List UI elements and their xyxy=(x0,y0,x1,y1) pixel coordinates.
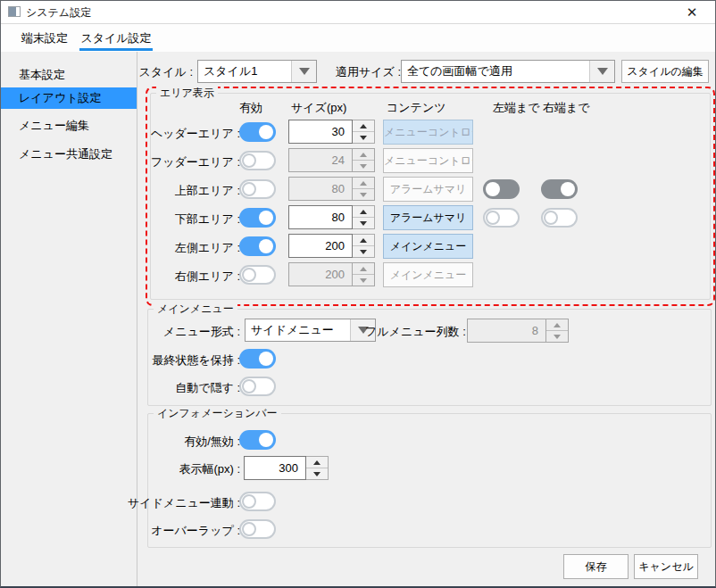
sidebar-item-layout-settings[interactable]: レイアウト設定 xyxy=(1,87,137,109)
sidebar-item-basic-settings[interactable]: 基本設定 xyxy=(1,64,137,86)
top-area-size-value: 80 xyxy=(288,177,353,201)
keep-last-state-label: 最終状態を保持 : xyxy=(139,352,240,369)
auto-hide-label: 自動で隠す : xyxy=(139,380,240,396)
spin-up-icon xyxy=(546,319,568,330)
column-header-enabled: 有効 xyxy=(239,100,262,116)
bottom-area-to-right-toggle[interactable] xyxy=(541,208,578,228)
footer-area-size-input: 24 xyxy=(288,148,375,172)
apply-size-select-value: 全ての画面幅で適用 xyxy=(407,61,512,82)
side-menu-link-toggle[interactable] xyxy=(239,492,276,511)
menu-type-label: メニュー形式 : xyxy=(139,324,240,340)
chevron-down-icon xyxy=(589,61,614,82)
side-menu-link-label: サイドメニュー連動 : xyxy=(126,495,240,511)
main-menu-legend: メインメニュー xyxy=(154,302,237,317)
full-menu-cols-input: 8 xyxy=(467,319,569,343)
style-select[interactable]: スタイル1 xyxy=(197,60,317,83)
tab-terminal-settings[interactable]: 端末設定 xyxy=(10,29,79,48)
top-area-to-left-toggle xyxy=(483,179,520,199)
left-area-size-value[interactable]: 200 xyxy=(288,234,353,258)
spin-down-icon[interactable] xyxy=(353,131,374,143)
cancel-button[interactable]: キャンセル xyxy=(634,554,698,579)
spin-up-icon[interactable] xyxy=(306,457,328,468)
spin-up-icon xyxy=(353,263,374,274)
left-area-toggle[interactable] xyxy=(239,236,276,256)
spin-down-icon xyxy=(353,160,374,171)
right-area-content-button: メインメニュー xyxy=(383,262,473,287)
right-area-size-input: 200 xyxy=(288,262,375,286)
bottom-area-content-button[interactable]: アラームサマリ xyxy=(383,205,473,230)
info-width-input[interactable]: 300 xyxy=(244,456,329,480)
header-area-label: ヘッダーエリア : xyxy=(144,126,240,142)
column-header-to-right: 右端まで xyxy=(543,100,590,116)
spin-up-icon[interactable] xyxy=(353,120,374,131)
full-menu-cols-value: 8 xyxy=(467,319,546,343)
app-window-icon xyxy=(8,6,21,17)
sidebar-item-menu-edit[interactable]: メニュー編集 xyxy=(1,115,137,137)
edit-style-button[interactable]: スタイルの編集 xyxy=(621,60,709,83)
apply-size-select[interactable]: 全ての画面幅で適用 xyxy=(401,60,615,83)
left-area-content-button[interactable]: メインメニュー xyxy=(383,234,473,259)
spin-down-icon[interactable] xyxy=(353,245,374,257)
spin-down-icon xyxy=(546,330,568,342)
top-area-size-input: 80 xyxy=(288,177,375,201)
chevron-down-icon xyxy=(291,61,316,82)
spin-down-icon xyxy=(353,188,374,200)
bottom-area-size-value[interactable]: 80 xyxy=(288,205,353,229)
spin-up-icon xyxy=(353,178,374,188)
active-tab-underline xyxy=(79,48,153,51)
bottom-area-toggle[interactable] xyxy=(239,208,276,228)
header-area-size-value[interactable]: 30 xyxy=(288,120,353,144)
left-area-size-input[interactable]: 200 xyxy=(288,234,375,258)
sidebar-item-menu-common-settings[interactable]: メニュー共通設定 xyxy=(1,144,137,165)
area-display-legend: エリア表示 xyxy=(156,86,218,101)
apply-size-label: 適用サイズ : xyxy=(336,64,398,80)
spin-down-icon[interactable] xyxy=(306,468,328,479)
overlap-label: オーバーラップ : xyxy=(139,523,240,539)
spin-up-icon[interactable] xyxy=(353,235,374,245)
top-area-toggle[interactable] xyxy=(239,179,276,199)
header-area-content-button[interactable]: メニューコントロール xyxy=(383,120,473,145)
header-area-size-input[interactable]: 30 xyxy=(288,120,375,144)
info-width-label: 表示幅(px) : xyxy=(139,461,240,477)
right-area-label: 右側エリア : xyxy=(144,269,240,285)
footer-area-label: フッダーエリア : xyxy=(144,154,240,170)
bottom-area-to-left-toggle[interactable] xyxy=(483,208,520,228)
spin-down-icon[interactable] xyxy=(353,217,374,228)
right-area-toggle[interactable] xyxy=(239,265,276,285)
style-select-value: スタイル1 xyxy=(204,61,257,82)
top-area-content-button: アラームサマリ xyxy=(383,177,473,202)
column-header-size: サイズ(px) xyxy=(291,100,346,116)
column-header-to-left: 左端まで xyxy=(493,100,540,116)
top-area-label: 上部エリア : xyxy=(144,183,240,199)
column-header-content: コンテンツ xyxy=(387,100,446,116)
system-settings-dialog: システム設定 ✕ 端末設定 スタイル設定 基本設定 レイアウト設定 メニュー編集… xyxy=(0,0,716,588)
full-menu-cols-label: フルメニュー列数 : xyxy=(365,324,463,340)
info-enabled-toggle[interactable] xyxy=(239,430,276,450)
overlap-toggle[interactable] xyxy=(239,519,276,539)
menu-type-select[interactable]: サイドメニュー xyxy=(245,319,376,342)
window-title: システム設定 xyxy=(26,5,91,21)
title-bar: システム設定 ✕ xyxy=(1,1,715,24)
bottom-area-size-input[interactable]: 80 xyxy=(288,205,375,229)
top-area-to-right-toggle xyxy=(541,179,578,199)
spin-up-icon xyxy=(353,149,374,160)
info-enabled-label: 有効/無効 : xyxy=(139,434,240,450)
information-bar-legend: インフォメーションバー xyxy=(154,406,281,421)
keep-last-state-toggle[interactable] xyxy=(239,349,276,369)
tab-style-settings[interactable]: スタイル設定 xyxy=(79,29,153,48)
bottom-area-label: 下部エリア : xyxy=(144,211,240,228)
tab-bar: 端末設定 スタイル設定 xyxy=(1,24,715,52)
style-label: スタイル : xyxy=(135,64,193,80)
footer-area-toggle[interactable] xyxy=(239,151,276,170)
footer-area-size-value: 24 xyxy=(288,148,353,172)
footer-area-content-button: メニューコントロール xyxy=(383,148,473,173)
save-button[interactable]: 保存 xyxy=(563,554,629,579)
close-icon[interactable]: ✕ xyxy=(681,3,703,21)
auto-hide-toggle[interactable] xyxy=(239,377,276,396)
info-width-value[interactable]: 300 xyxy=(244,456,306,480)
left-area-label: 左側エリア : xyxy=(144,240,240,256)
menu-type-select-value: サイドメニュー xyxy=(251,319,334,341)
spin-up-icon[interactable] xyxy=(353,206,374,217)
right-area-size-value: 200 xyxy=(288,262,353,286)
header-area-toggle[interactable] xyxy=(239,122,276,142)
